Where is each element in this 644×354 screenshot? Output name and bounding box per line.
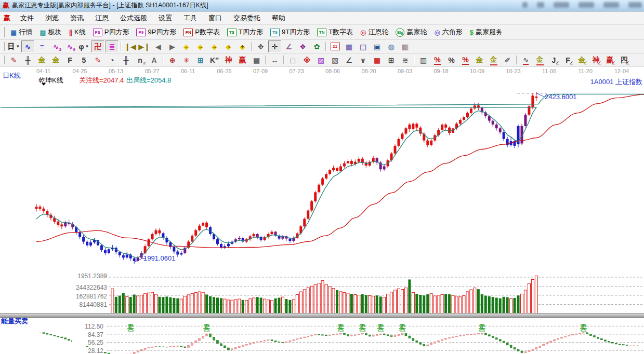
five-ruler-icon[interactable]: 5 [77, 54, 90, 66]
period-day-dropdown[interactable]: 日▼ [7, 40, 20, 52]
save-icon[interactable]: ▣ [371, 40, 384, 52]
kline-chart[interactable]: 卖卖卖卖卖卖卖卖 [0, 67, 644, 354]
gold-angle-icon[interactable]: 金∠ [575, 54, 588, 66]
last-page-icon[interactable]: ▶❙ [138, 40, 151, 52]
rays-box-icon[interactable]: ▨ [314, 54, 327, 66]
t-square-button[interactable]: TST四方形 [224, 26, 267, 38]
gold-underline-icon[interactable]: 金 [487, 54, 500, 66]
kline-list-icon[interactable]: ≡ [35, 40, 48, 52]
toolbar-gripper[interactable] [2, 42, 5, 51]
gold-red-underline-icon[interactable]: 金 [533, 54, 546, 66]
square-tool-icon[interactable]: ◻ [286, 54, 299, 66]
rays-icon[interactable]: ※ [300, 54, 313, 66]
kline-button[interactable]: ∥K线 [65, 26, 89, 38]
calendar-21-icon[interactable]: 21 [328, 40, 341, 52]
star-web-icon[interactable]: ✳ [180, 54, 193, 66]
window-control-blurred-0[interactable] [522, 2, 528, 8]
window-control-blurred-4[interactable] [603, 2, 619, 8]
window-controls-blurred[interactable] [522, 2, 642, 8]
gann-wheel-button[interactable]: ◎江恩轮 [357, 26, 392, 38]
menu-item-8[interactable]: 交易委托 [228, 12, 266, 24]
red-pen-icon[interactable]: ✎ [91, 54, 104, 66]
gann-flag-icon[interactable]: ❖ [296, 40, 309, 52]
diamond-compress-icon[interactable]: ◆⇥ [222, 40, 235, 52]
window-titlebar[interactable]: 赢 赢家江恩专业版[赢家内部服务平台] - [上证指数 SH1A0001-167… [0, 0, 644, 11]
pane-divider[interactable] [0, 313, 644, 318]
9t-square-button[interactable]: T99T四方形 [267, 26, 313, 38]
grid-shift-icon[interactable]: ⊞ [385, 54, 398, 66]
a-divider-icon[interactable]: A [148, 54, 161, 66]
crosshair-icon[interactable]: ✛ [268, 40, 281, 52]
next-page-icon[interactable]: ▶ [166, 40, 179, 52]
first-page-icon[interactable]: ❙◀ [124, 40, 137, 52]
hexagon-button[interactable]: ◎六角形 [430, 26, 466, 38]
k-note-icon[interactable]: K″ [208, 54, 221, 66]
menu-item-9[interactable]: 帮助 [266, 12, 291, 24]
indicator-name-label[interactable]: 能量买卖 [1, 317, 28, 326]
shen-ruler-icon[interactable]: 神 [222, 54, 235, 66]
f-angle-icon[interactable]: F∠ [561, 54, 574, 66]
v-wave-icon[interactable]: ∨ [357, 54, 370, 66]
window-control-blurred-3[interactable] [579, 2, 594, 8]
calculator-icon[interactable]: ▦ [343, 40, 356, 52]
shen-angle-icon[interactable]: 神∠ [589, 54, 602, 66]
chart-area[interactable]: 卖卖卖卖卖卖卖卖 日K线 04-1104-2505-1305-2706-1106… [0, 67, 644, 354]
pen-knife-icon[interactable]: ✎ [7, 54, 20, 66]
volume-ladder-icon[interactable]: ▥ [417, 54, 430, 66]
menu-item-5[interactable]: 设置 [153, 12, 178, 24]
symbol-label[interactable]: 1A0001 上证指数 [590, 77, 642, 87]
send-web-icon[interactable]: ◍ [385, 40, 398, 52]
wave-3-icon[interactable]: ∿3 [49, 40, 62, 52]
menu-item-6[interactable]: 工具 [178, 12, 203, 24]
diamond-expand-icon[interactable]: ◆✛ [236, 40, 249, 52]
winner-wheel-button[interactable]: Big赢家轮 [392, 26, 430, 38]
sectors-button[interactable]: ▩板块 [36, 26, 65, 38]
toolbar-gripper[interactable] [2, 56, 5, 65]
percent-line-icon[interactable]: % [459, 54, 472, 66]
window-control-blurred-5[interactable] [628, 2, 642, 8]
wave-9-icon[interactable]: ∿9 [63, 40, 76, 52]
t-table-button[interactable]: TNT数字表 [313, 26, 357, 38]
si-angle-icon[interactable]: 四∠ [617, 54, 630, 66]
winner-service-button[interactable]: $赢家服务 [466, 26, 506, 38]
quotes-button[interactable]: ▦行情 [7, 26, 36, 38]
j-angle-icon[interactable]: J∠ [547, 54, 560, 66]
ruler-123-icon[interactable]: ▤ [250, 54, 263, 66]
f-ruler-icon[interactable]: F [63, 54, 76, 66]
window-control-blurred-1[interactable] [537, 2, 544, 8]
toolbar-gripper[interactable] [2, 27, 5, 37]
menu-item-0[interactable]: 文件 [15, 12, 40, 24]
diamond-left-icon[interactable]: ◆← [180, 40, 193, 52]
menu-item-3[interactable]: 江恩 [89, 12, 114, 24]
candle-style-dropdown[interactable]: φ▼ [77, 40, 90, 52]
gold-circle-icon[interactable]: 金 [473, 54, 486, 66]
ink-pen-icon[interactable]: ✐ [501, 54, 514, 66]
9p-square-button[interactable]: P99P四方形 [133, 26, 180, 38]
slant-lines-icon[interactable]: ≋ [399, 54, 412, 66]
pan-hand-icon[interactable]: ✥ [254, 40, 267, 52]
diamond-right-icon[interactable]: ◆→ [194, 40, 207, 52]
web-box-icon[interactable]: ⊞ [194, 54, 207, 66]
window-control-blurred-2[interactable] [554, 2, 569, 8]
kline-style-dropdown-icon[interactable] [42, 83, 46, 86]
grid-red-icon[interactable]: ▦ [371, 54, 384, 66]
menu-item-7[interactable]: 窗口 [203, 12, 228, 24]
qiankun-wave-icon[interactable]: ∿ [21, 40, 34, 52]
angle-fan-icon[interactable]: ∠ [343, 54, 356, 66]
n-square-icon[interactable]: n2 [134, 54, 147, 66]
gold-line-icon[interactable]: 金 [35, 54, 48, 66]
p-square-button[interactable]: PSP四方形 [89, 26, 133, 38]
compass-icon[interactable]: ⊕ [166, 54, 179, 66]
menu-item-1[interactable]: 浏览 [40, 12, 64, 24]
wave-underline-icon[interactable]: ∿ [519, 54, 532, 66]
gann-grid-icon[interactable]: 卍 [91, 40, 104, 52]
gold-line2-icon[interactable]: 金 [49, 54, 62, 66]
prev-page-icon[interactable]: ◀ [152, 40, 165, 52]
volume-profile-icon[interactable]: ≣ [106, 40, 119, 52]
ying-box-icon[interactable]: 赢 [236, 54, 249, 66]
rays-box2-icon[interactable]: ▧ [328, 54, 341, 66]
tick-ruler2-icon[interactable]: ╫ [120, 54, 133, 66]
angle-measure-icon[interactable]: ∠ [282, 40, 295, 52]
diamond-hstretch-icon[interactable]: ◆↔ [208, 40, 221, 52]
spiral-icon[interactable]: ✿ [310, 40, 323, 52]
